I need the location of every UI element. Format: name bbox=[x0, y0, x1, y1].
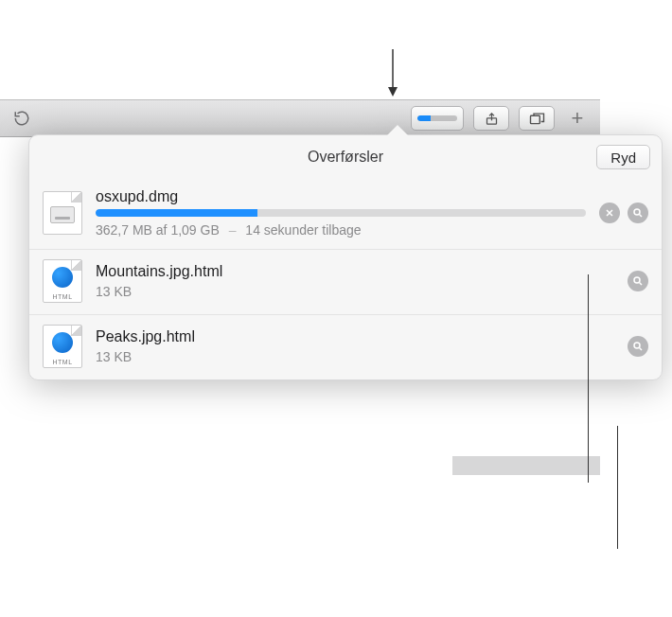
svg-rect-3 bbox=[530, 115, 539, 123]
downloads-progress-fill bbox=[417, 115, 431, 121]
bytes-total: 1,09 GB bbox=[170, 222, 219, 238]
download-row: HTML Mountains.jpg.html 13 KB bbox=[29, 249, 662, 314]
dash-sep: – bbox=[229, 222, 237, 238]
bytes-done: 362,7 MB bbox=[96, 222, 152, 238]
cancel-download-button[interactable] bbox=[599, 203, 620, 223]
reveal-in-finder-button[interactable] bbox=[628, 271, 648, 291]
file-name: osxupd.dmg bbox=[96, 188, 586, 205]
popover-header: Overførsler Ryd bbox=[29, 135, 662, 179]
page-shadow-strip bbox=[452, 456, 600, 475]
progress-fill bbox=[96, 209, 257, 217]
magnifier-icon bbox=[632, 341, 644, 352]
clear-button-label: Ryd bbox=[610, 150, 636, 166]
file-ext-label: HTML bbox=[43, 359, 82, 365]
safari-compass-icon bbox=[52, 332, 73, 353]
svg-point-4 bbox=[634, 209, 640, 215]
downloads-button[interactable] bbox=[411, 106, 464, 131]
file-icon-html: HTML bbox=[43, 259, 82, 303]
file-subtext: 362,7 MB af 1,09 GB – 14 sekunder tilbag… bbox=[96, 222, 586, 238]
plus-icon: + bbox=[572, 106, 584, 131]
file-name: Peaks.jpg.html bbox=[96, 328, 614, 345]
new-tab-button[interactable]: + bbox=[564, 106, 591, 131]
browser-toolbar: + bbox=[0, 99, 600, 137]
file-ext-label: HTML bbox=[43, 293, 82, 300]
close-icon bbox=[604, 207, 615, 219]
annotation-line-reveal bbox=[617, 426, 618, 549]
tabs-button[interactable] bbox=[519, 106, 555, 131]
svg-point-5 bbox=[634, 277, 640, 283]
size-sep: af bbox=[156, 222, 168, 238]
reveal-in-finder-button[interactable] bbox=[628, 336, 648, 357]
reload-button[interactable] bbox=[11, 108, 32, 129]
svg-marker-1 bbox=[388, 87, 398, 97]
annotation-arrow-downloads bbox=[386, 49, 399, 97]
tabs-icon bbox=[529, 112, 545, 125]
svg-point-6 bbox=[634, 343, 640, 348]
reveal-in-finder-button[interactable] bbox=[628, 203, 648, 223]
share-icon bbox=[485, 112, 499, 126]
file-subtext: 13 KB bbox=[96, 284, 614, 299]
magnifier-icon bbox=[632, 275, 644, 287]
downloads-progress-track bbox=[417, 115, 457, 121]
file-icon-html: HTML bbox=[43, 325, 82, 368]
progress-track bbox=[96, 209, 586, 217]
clear-button[interactable]: Ryd bbox=[596, 145, 650, 169]
time-remaining: 14 sekunder tilbage bbox=[245, 222, 361, 238]
downloads-list: osxupd.dmg 362,7 MB af 1,09 GB – 14 seku… bbox=[29, 179, 662, 379]
file-icon-dmg bbox=[43, 191, 82, 235]
annotation-line-cancel bbox=[588, 274, 589, 483]
download-row: osxupd.dmg 362,7 MB af 1,09 GB – 14 seku… bbox=[29, 179, 662, 249]
file-subtext: 13 KB bbox=[96, 349, 614, 364]
magnifier-icon bbox=[632, 207, 644, 219]
popover-title: Overførsler bbox=[308, 149, 383, 166]
file-name: Mountains.jpg.html bbox=[96, 263, 614, 280]
downloads-popover: Overførsler Ryd osxupd.dmg 362,7 MB bbox=[28, 134, 663, 380]
download-row: HTML Peaks.jpg.html 13 KB bbox=[29, 314, 662, 379]
share-button[interactable] bbox=[473, 106, 509, 131]
safari-compass-icon bbox=[52, 267, 73, 288]
